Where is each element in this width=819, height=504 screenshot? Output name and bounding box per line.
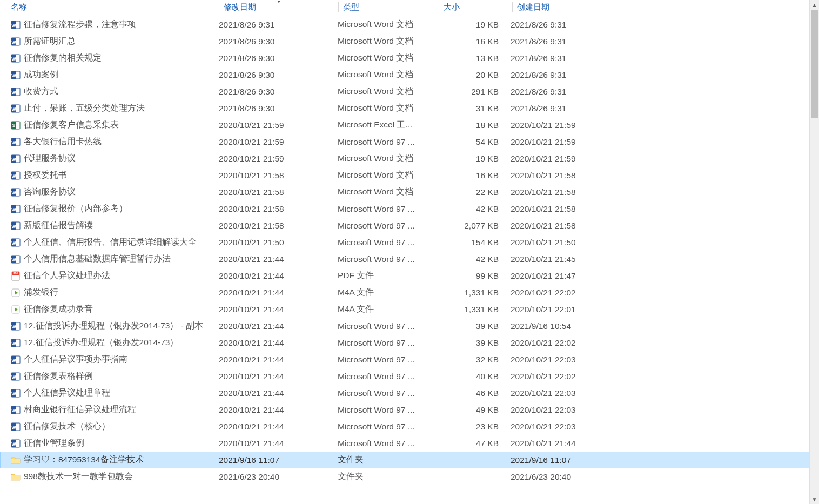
folder-icon (11, 472, 21, 482)
column-separator[interactable] (632, 2, 632, 12)
file-row[interactable]: W征信修复表格样例2020/10/21 21:44Microsoft Word … (0, 368, 809, 385)
file-row[interactable]: W止付，呆账，五级分类处理方法2021/8/26 9:30Microsoft W… (0, 100, 809, 117)
file-row[interactable]: W个人信用信息基础数据库管理暂行办法2020/10/21 21:44Micros… (0, 251, 809, 267)
file-row[interactable]: W咨询服务协议2020/10/21 21:58Microsoft Word 文档… (0, 184, 809, 200)
file-size-cell: 291 KB (438, 87, 511, 97)
file-row[interactable]: W征信修复流程步骤，注意事项2021/8/26 9:31Microsoft Wo… (0, 16, 809, 33)
file-row[interactable]: W个人征信异议事项办事指南2020/10/21 21:44Microsoft W… (0, 351, 809, 368)
file-modified-cell: 2020/10/21 21:59 (219, 137, 338, 147)
file-size-cell: 1,331 KB (438, 305, 511, 314)
file-type-cell: 文件夹 (338, 471, 438, 482)
column-header-row: 名称 ▾ 修改日期 类型 大小 创建日期 (0, 0, 809, 15)
file-name-text: 征信个人异议处理办法 (24, 270, 110, 281)
file-row[interactable]: W所需证明汇总2021/8/26 9:30Microsoft Word 文档16… (0, 33, 809, 50)
file-size-cell: 47 KB (438, 439, 511, 448)
scroll-down-button[interactable]: ▼ (810, 494, 819, 504)
file-created-cell: 2021/8/26 9:31 (511, 70, 629, 80)
file-created-cell: 2021/8/26 9:31 (511, 53, 629, 63)
file-row[interactable]: 浦发银行2020/10/21 21:44M4A 文件1,331 KB2020/1… (0, 284, 809, 301)
pdf-icon: PDF (11, 271, 21, 281)
file-name-cell: W所需证明汇总 (11, 36, 219, 47)
column-header-modified[interactable]: ▾ 修改日期 (219, 0, 338, 15)
column-header-created[interactable]: 创建日期 (513, 0, 632, 15)
word-icon: W (11, 20, 21, 30)
file-name-cell: W各大银行信用卡热线 (11, 136, 219, 147)
file-created-cell: 2020/10/21 22:03 (511, 388, 629, 398)
vertical-scrollbar[interactable]: ▲ ▼ (809, 0, 819, 504)
file-explorer: 名称 ▾ 修改日期 类型 大小 创建日期 W征信修复流程步骤，注意事项2021/… (0, 0, 819, 504)
file-created-cell: 2020/10/21 22:03 (511, 405, 629, 415)
file-row[interactable]: W个人征信、信用报告、信用记录详细解读大全2020/10/21 21:50Mic… (0, 234, 809, 251)
word-icon: W (11, 154, 21, 164)
file-name-cell: W咨询服务协议 (11, 186, 219, 198)
file-created-cell: 2021/6/23 20:40 (511, 472, 629, 482)
column-header-type[interactable]: 类型 (339, 0, 439, 15)
file-created-cell: 2021/8/26 9:31 (511, 87, 629, 97)
file-row[interactable]: W征信修复报价（内部参考）2020/10/21 21:58Microsoft W… (0, 200, 809, 217)
word-icon: W (11, 321, 21, 331)
word-icon: W (11, 238, 21, 247)
svg-text:W: W (11, 56, 16, 61)
file-type-cell: Microsoft Word 97 ... (338, 238, 438, 247)
file-name-text: 代理服务协议 (24, 153, 76, 164)
file-row[interactable]: 998教技术一对一教学包教会2021/6/23 20:40文件夹2021/6/2… (0, 468, 809, 485)
file-name-cell: W新版征信报告解读 (11, 220, 219, 231)
file-name-text: 征信修复流程步骤，注意事项 (24, 19, 136, 30)
file-row[interactable]: W12.征信投诉办理规程（银办发2014-73） - 副本2020/10/21 … (0, 318, 809, 334)
file-row[interactable]: W授权委托书2020/10/21 21:58Microsoft Word 文档1… (0, 167, 809, 184)
file-row[interactable]: 学习♡：847953134备注学技术2021/9/16 11:07文件夹2021… (0, 452, 809, 468)
file-type-cell: Microsoft Word 文档 (338, 69, 438, 80)
scroll-up-button[interactable]: ▲ (810, 0, 819, 10)
file-name-text: 个人征信、信用报告、信用记录详细解读大全 (24, 237, 197, 248)
column-header-size[interactable]: 大小 (439, 0, 512, 15)
scroll-track[interactable] (810, 10, 819, 494)
file-modified-cell: 2021/8/26 9:31 (219, 20, 338, 30)
file-modified-cell: 2020/10/21 21:58 (219, 187, 338, 197)
file-created-cell: 2020/10/21 21:58 (511, 171, 629, 180)
file-name-text: 征信修复报价（内部参考） (24, 203, 127, 214)
file-type-cell: Microsoft Word 文档 (338, 19, 438, 30)
file-size-cell: 19 KB (438, 20, 511, 30)
file-type-cell: Microsoft Word 文档 (338, 103, 438, 114)
file-row[interactable]: W12.征信投诉办理规程（银办发2014-73）2020/10/21 21:44… (0, 334, 809, 351)
file-row[interactable]: W新版征信报告解读2020/10/21 21:58Microsoft Word … (0, 217, 809, 234)
file-name-text: 个人信用信息基础数据库管理暂行办法 (24, 253, 171, 265)
file-rows: W征信修复流程步骤，注意事项2021/8/26 9:31Microsoft Wo… (0, 15, 809, 485)
file-type-cell: Microsoft Word 文档 (338, 170, 438, 181)
file-created-cell: 2020/10/21 22:01 (511, 305, 629, 314)
file-created-cell: 2020/10/21 21:59 (511, 154, 629, 164)
file-modified-cell: 2020/10/21 21:58 (219, 221, 338, 231)
file-name-cell: W个人征信异议事项办事指南 (11, 354, 219, 365)
file-size-cell: 39 KB (438, 338, 511, 348)
file-size-cell: 19 KB (438, 154, 511, 164)
column-header-name[interactable]: 名称 (0, 0, 219, 15)
file-created-cell: 2020/10/21 21:45 (511, 254, 629, 264)
file-name-cell: W个人征信异议处理章程 (11, 387, 219, 399)
file-name-cell: W个人征信、信用报告、信用记录详细解读大全 (11, 237, 219, 248)
file-row[interactable]: PDF征信个人异议处理办法2020/10/21 21:44PDF 文件99 KB… (0, 267, 809, 284)
file-row[interactable]: W征信业管理条例2020/10/21 21:44Microsoft Word 9… (0, 435, 809, 452)
file-row[interactable]: W村商业银行征信异议处理流程2020/10/21 21:44Microsoft … (0, 401, 809, 418)
file-name-text: 成功案例 (24, 69, 58, 80)
file-modified-cell: 2020/10/21 21:44 (219, 288, 338, 298)
file-row[interactable]: W收费方式2021/8/26 9:30Microsoft Word 文档291 … (0, 83, 809, 100)
scroll-thumb[interactable] (811, 10, 818, 118)
file-row[interactable]: W代理服务协议2020/10/21 21:59Microsoft Word 文档… (0, 150, 809, 167)
file-row[interactable]: 征信修复成功录音2020/10/21 21:44M4A 文件1,331 KB20… (0, 301, 809, 318)
file-name-cell: W个人信用信息基础数据库管理暂行办法 (11, 253, 219, 265)
file-row[interactable]: W成功案例2021/8/26 9:30Microsoft Word 文档20 K… (0, 66, 809, 83)
file-modified-cell: 2020/10/21 21:44 (219, 305, 338, 314)
file-name-cell: 浦发银行 (11, 287, 219, 298)
file-name-cell: X征信修复客户信息采集表 (11, 119, 219, 131)
file-modified-cell: 2020/10/21 21:44 (219, 422, 338, 432)
file-row[interactable]: W各大银行信用卡热线2020/10/21 21:59Microsoft Word… (0, 133, 809, 150)
file-size-cell: 20 KB (438, 70, 511, 80)
file-row[interactable]: X征信修复客户信息采集表2020/10/21 21:59Microsoft Ex… (0, 117, 809, 133)
svg-text:W: W (11, 39, 16, 44)
file-row[interactable]: W征信修复技术（核心）2020/10/21 21:44Microsoft Wor… (0, 418, 809, 435)
word-icon: W (11, 70, 21, 80)
file-name-text: 浦发银行 (24, 287, 58, 298)
file-row[interactable]: W征信修复的相关规定2021/8/26 9:30Microsoft Word 文… (0, 50, 809, 66)
file-name-cell: PDF征信个人异议处理办法 (11, 270, 219, 281)
file-row[interactable]: W个人征信异议处理章程2020/10/21 21:44Microsoft Wor… (0, 385, 809, 401)
